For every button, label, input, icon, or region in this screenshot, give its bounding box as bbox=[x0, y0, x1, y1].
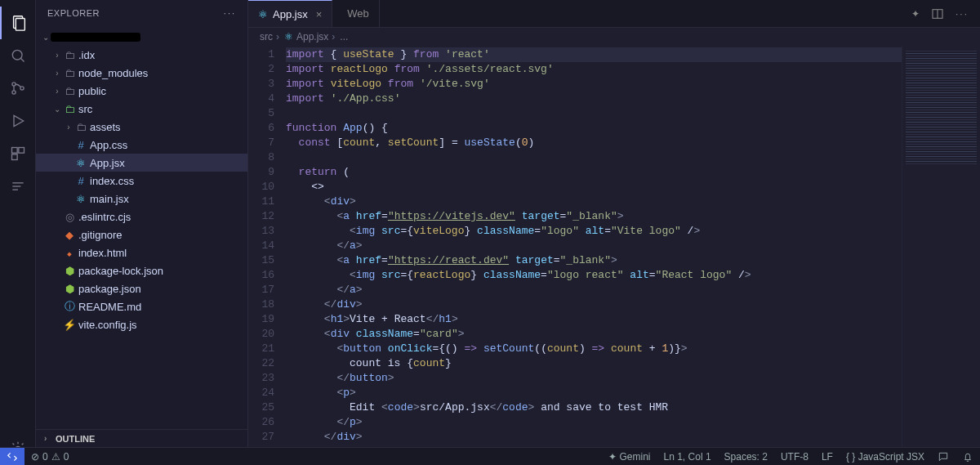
code-line-24[interactable]: <p> bbox=[286, 386, 902, 400]
status-problems[interactable]: ⊘0 ⚠0 bbox=[24, 451, 75, 463]
editor-area: ⚛ App.jsx × Web ✦ ··· src › ⚛ App.jsx › … bbox=[248, 0, 980, 465]
css-icon: # bbox=[74, 139, 88, 151]
activity-lines-icon[interactable] bbox=[0, 170, 36, 203]
tab-bar: ⚛ App.jsx × Web ✦ ··· bbox=[248, 0, 980, 28]
css-icon: # bbox=[74, 175, 88, 187]
code-content[interactable]: import { useState } from 'react'import r… bbox=[286, 46, 902, 465]
svg-rect-8 bbox=[11, 148, 17, 154]
breadcrumb-more[interactable]: ... bbox=[340, 31, 348, 42]
activity-extensions-icon[interactable] bbox=[0, 137, 36, 170]
code-line-27[interactable]: </div> bbox=[286, 430, 902, 445]
code-line-23[interactable]: </button> bbox=[286, 371, 902, 386]
folder-icon: 🗀 bbox=[62, 67, 77, 79]
status-eol[interactable]: LF bbox=[815, 451, 840, 463]
svg-point-2 bbox=[12, 50, 22, 60]
sparkle-icon[interactable]: ✦ bbox=[911, 8, 920, 20]
minimap[interactable] bbox=[902, 46, 980, 465]
code-line-25[interactable]: Edit <code>src/App.jsx</code> and save t… bbox=[286, 400, 902, 415]
status-indent[interactable]: Spaces: 2 bbox=[718, 451, 774, 463]
svg-point-4 bbox=[11, 83, 15, 86]
explorer-more-icon[interactable]: ··· bbox=[224, 8, 236, 18]
tab-Web[interactable]: Web bbox=[332, 0, 380, 27]
code-line-15[interactable]: <a href="https://react.dev" target="_bla… bbox=[286, 253, 902, 268]
folder-icon: 🗀 bbox=[62, 85, 77, 97]
code-line-12[interactable]: <a href="https://vitejs.dev" target="_bl… bbox=[286, 209, 902, 224]
code-line-7[interactable]: const [count, setCount] = useState(0) bbox=[286, 136, 902, 150]
file-package-lock.json[interactable]: ⬢package-lock.json bbox=[36, 262, 247, 279]
more-actions-icon[interactable]: ··· bbox=[956, 8, 969, 20]
file-.gitignore[interactable]: ◆.gitignore bbox=[36, 226, 247, 244]
npm-icon: ⬢ bbox=[62, 265, 77, 277]
tab-label: Web bbox=[347, 7, 369, 20]
npm-icon: ⬢ bbox=[62, 283, 77, 295]
code-line-2[interactable]: import reactLogo from './assets/react.sv… bbox=[286, 62, 902, 77]
activity-bar bbox=[0, 0, 36, 465]
close-icon[interactable]: × bbox=[316, 8, 323, 20]
file-index.css[interactable]: #index.css bbox=[36, 172, 247, 190]
tree-root[interactable]: ⌄ bbox=[36, 28, 247, 46]
file-README.md[interactable]: ⓘREADME.md bbox=[36, 297, 247, 315]
file-package.json[interactable]: ⬢package.json bbox=[36, 279, 247, 297]
file-.eslintrc.cjs[interactable]: ◎.eslintrc.cjs bbox=[36, 208, 247, 226]
folder-icon: 🗀 bbox=[74, 121, 88, 133]
file-App.jsx[interactable]: ⚛App.jsx bbox=[36, 154, 247, 172]
code-line-4[interactable]: import './App.css' bbox=[286, 92, 902, 106]
breadcrumb-src[interactable]: src › bbox=[260, 31, 279, 42]
code-line-10[interactable]: <> bbox=[286, 180, 902, 194]
breadcrumb[interactable]: src › ⚛ App.jsx › ... bbox=[248, 28, 980, 46]
vite-icon: ⚡ bbox=[62, 319, 77, 331]
code-line-3[interactable]: import viteLogo from '/vite.svg' bbox=[286, 77, 902, 92]
status-remote-icon[interactable] bbox=[0, 448, 24, 465]
code-line-5[interactable] bbox=[286, 106, 902, 121]
tab-actions: ✦ ··· bbox=[900, 0, 980, 27]
code-line-8[interactable] bbox=[286, 150, 902, 165]
explorer-title: EXPLORER bbox=[47, 8, 100, 18]
folder-src[interactable]: ⌄🗀src bbox=[36, 100, 247, 118]
file-vite.config.js[interactable]: ⚡vite.config.js bbox=[36, 315, 247, 333]
git-icon: ◆ bbox=[62, 229, 77, 241]
file-index.html[interactable]: ⬥index.html bbox=[36, 244, 247, 262]
code-line-1[interactable]: import { useState } from 'react' bbox=[286, 47, 902, 62]
folder-.idx[interactable]: ›🗀.idx bbox=[36, 46, 247, 64]
code-line-22[interactable]: count is {count} bbox=[286, 356, 902, 371]
activity-run-debug-icon[interactable] bbox=[0, 105, 36, 137]
status-cursor-position[interactable]: Ln 1, Col 1 bbox=[657, 451, 718, 463]
react-icon: ⚛ bbox=[74, 157, 88, 169]
section-outline[interactable]: ›OUTLINE bbox=[36, 429, 247, 447]
editor-body: 1234567891011121314151617181920212223242… bbox=[248, 46, 980, 465]
svg-point-5 bbox=[11, 91, 15, 94]
activity-search-icon[interactable] bbox=[0, 39, 36, 72]
code-line-19[interactable]: <h1>Vite + React</h1> bbox=[286, 312, 902, 327]
code-line-18[interactable]: </div> bbox=[286, 297, 902, 312]
file-main.jsx[interactable]: ⚛main.jsx bbox=[36, 190, 247, 208]
folder-src-icon: 🗀 bbox=[62, 103, 77, 115]
file-App.css[interactable]: #App.css bbox=[36, 136, 247, 154]
code-line-11[interactable]: <div> bbox=[286, 194, 902, 209]
status-encoding[interactable]: UTF-8 bbox=[774, 451, 815, 463]
code-line-17[interactable]: </a> bbox=[286, 283, 902, 297]
code-line-20[interactable]: <div className="card"> bbox=[286, 327, 902, 342]
html-icon: ⬥ bbox=[62, 247, 77, 259]
status-language[interactable]: { } JavaScript JSX bbox=[840, 451, 931, 463]
split-editor-icon[interactable] bbox=[931, 7, 944, 20]
code-line-16[interactable]: <img src={reactLogo} className="logo rea… bbox=[286, 268, 902, 283]
status-feedback-icon[interactable] bbox=[931, 451, 956, 463]
folder-node_modules[interactable]: ›🗀node_modules bbox=[36, 64, 247, 82]
status-bell-icon[interactable] bbox=[956, 451, 980, 463]
svg-rect-10 bbox=[11, 154, 17, 160]
code-line-14[interactable]: </a> bbox=[286, 239, 902, 253]
code-line-13[interactable]: <img src={viteLogo} className="logo" alt… bbox=[286, 224, 902, 239]
activity-source-control-icon[interactable] bbox=[0, 72, 36, 105]
activity-explorer-icon[interactable] bbox=[0, 7, 36, 39]
breadcrumb-file[interactable]: ⚛ App.jsx › bbox=[284, 31, 335, 42]
code-line-6[interactable]: function App() { bbox=[286, 121, 902, 136]
code-line-21[interactable]: <button onClick={() => setCount((count) … bbox=[286, 342, 902, 356]
tab-App.jsx[interactable]: ⚛ App.jsx × bbox=[248, 0, 332, 27]
folder-assets[interactable]: ›🗀assets bbox=[36, 118, 247, 136]
status-gemini[interactable]: ✦ Gemini bbox=[602, 451, 657, 463]
code-line-9[interactable]: return ( bbox=[286, 165, 902, 180]
code-line-26[interactable]: </p> bbox=[286, 415, 902, 430]
svg-marker-7 bbox=[14, 115, 24, 126]
folder-public[interactable]: ›🗀public bbox=[36, 82, 247, 100]
svg-rect-9 bbox=[18, 148, 24, 154]
